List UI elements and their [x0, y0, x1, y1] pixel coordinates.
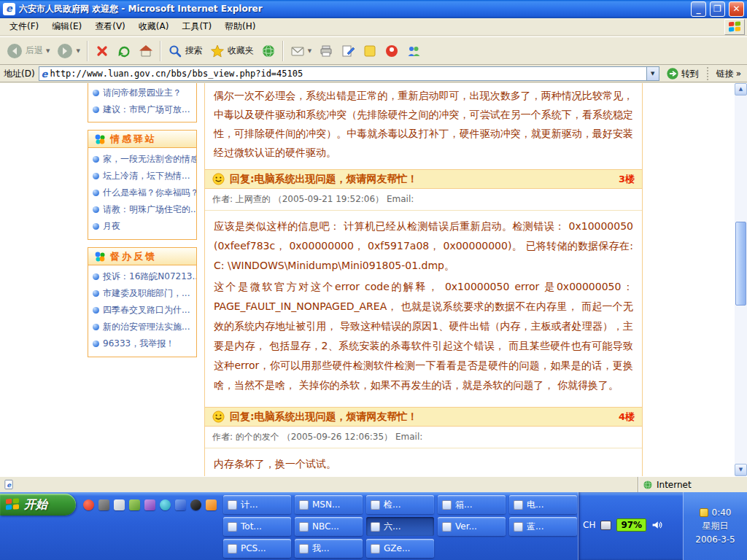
taskbar: 开始 计... MSN... 检... 箱... 电... Tot... NBC…	[0, 492, 747, 560]
quick-launch-icon[interactable]	[114, 499, 125, 510]
sidebar-link[interactable]: 坛上冷清，坛下热情...	[88, 168, 196, 184]
sidebar-section-list-emotion: 家，一段无法割舍的情感 坛上冷清，坛下热情... 什么是幸福？你幸福吗？ 请教：…	[88, 148, 197, 240]
language-indicator[interactable]: CH	[583, 520, 595, 530]
mail-button[interactable]: ▼	[287, 42, 314, 61]
refresh-button[interactable]	[114, 42, 134, 61]
task-button[interactable]: 我...	[295, 539, 363, 558]
address-input[interactable]	[50, 69, 646, 79]
reply-author-line: 作者: 的个的发个 （2005-09-26 12:06:35） Email:	[205, 427, 642, 448]
task-button[interactable]: 电...	[509, 495, 577, 514]
sidebar-link[interactable]: 什么是幸福？你幸福吗？	[88, 184, 196, 201]
task-button-active[interactable]: 六...	[366, 517, 434, 536]
menu-view[interactable]: 查看(V)	[88, 18, 132, 36]
task-button[interactable]: 计...	[223, 495, 291, 514]
sidebar-section-header-emotion: 情感驿站	[88, 130, 197, 148]
bullet-icon	[93, 206, 99, 213]
stop-icon	[95, 44, 109, 58]
messenger-button[interactable]	[403, 42, 424, 61]
browser-viewport: 请问帝都景园业主？ 建议：市民广场可放... 情感驿站 家，一段无法割舍的情感	[0, 83, 747, 476]
sidebar-link[interactable]: 月夜	[88, 218, 196, 235]
quick-launch-icon[interactable]	[83, 499, 94, 510]
sidebar-section-title: 情感驿站	[110, 133, 157, 146]
stop-button[interactable]	[92, 42, 112, 61]
vertical-scrollbar[interactable]: ▲ ▼	[735, 83, 747, 476]
start-label: 开始	[24, 497, 47, 513]
task-button[interactable]: PCS...	[223, 539, 291, 558]
back-button[interactable]: 后退▼	[4, 41, 53, 61]
close-button[interactable]: ✕	[729, 1, 744, 17]
task-button[interactable]: 检...	[366, 495, 434, 514]
bullet-icon	[93, 173, 99, 179]
bullet-icon	[93, 341, 99, 347]
task-app-icon	[371, 500, 380, 510]
notes-button[interactable]	[360, 42, 380, 61]
favorites-button[interactable]: 收藏夹	[207, 42, 257, 61]
sidebar-link[interactable]: 96333，我举报！	[88, 335, 196, 352]
sidebar-link[interactable]: 四季春交叉路口为什...	[88, 302, 196, 319]
task-app-icon	[371, 522, 380, 532]
links-button[interactable]: 链接»	[714, 68, 743, 80]
task-app-icon	[228, 544, 237, 553]
forward-arrow-icon	[57, 43, 73, 59]
status-zone: Internet	[638, 477, 747, 492]
scrollbar-thumb[interactable]	[735, 222, 746, 306]
address-dropdown-button[interactable]: ▼	[646, 67, 659, 80]
quick-launch-icon[interactable]	[206, 499, 217, 510]
task-button[interactable]: Tot...	[223, 517, 291, 536]
print-button[interactable]	[316, 42, 336, 61]
go-button[interactable]: 转到	[663, 66, 702, 81]
task-button[interactable]: MSN...	[295, 495, 363, 514]
task-button[interactable]: Ver...	[438, 517, 506, 536]
minimize-button[interactable]: _	[691, 1, 706, 17]
bullet-icon	[93, 156, 99, 163]
menu-bar: 文件(F) 编辑(E) 查看(V) 收藏(A) 工具(T) 帮助(H)	[0, 18, 747, 36]
task-app-icon	[442, 522, 452, 532]
sidebar-link[interactable]: 请问帝都景园业主？	[88, 85, 196, 101]
quick-launch-icon[interactable]	[98, 499, 109, 510]
mail-icon	[290, 44, 305, 58]
volume-icon[interactable]	[651, 520, 663, 530]
forward-button[interactable]: ▼	[54, 41, 82, 61]
taskbar-clock[interactable]: 0:40 星期日 2006-3-5	[683, 492, 747, 560]
task-button[interactable]: 箱...	[438, 495, 506, 514]
scroll-down-button[interactable]: ▼	[735, 464, 747, 476]
scroll-up-button[interactable]: ▲	[735, 83, 747, 96]
quick-launch-icon[interactable]	[129, 499, 140, 510]
edit-button[interactable]	[338, 42, 358, 61]
menu-file[interactable]: 文件(F)	[3, 18, 45, 36]
quick-launch-icon[interactable]	[144, 499, 155, 510]
sidebar-link[interactable]: 投诉：16路皖N07213...	[88, 268, 196, 285]
quick-launch-icon[interactable]	[160, 499, 171, 510]
home-button[interactable]	[136, 42, 156, 61]
toolbar-separator	[160, 41, 161, 61]
task-app-icon	[299, 522, 309, 532]
search-button[interactable]: 搜索	[165, 42, 206, 61]
forum-thread: 偶尔一次不必理会，系统出错是正常的，重新启动即可，出现次数多了，两种情况比较常见…	[204, 83, 643, 476]
tray-note-icon[interactable]	[700, 508, 708, 517]
printer-icon	[319, 44, 333, 58]
task-button[interactable]: GZe...	[366, 539, 434, 558]
task-button[interactable]: NBC...	[295, 517, 363, 536]
sidebar-link[interactable]: 市建委及职能部门，...	[88, 285, 196, 302]
maximize-button[interactable]: ❐	[710, 1, 725, 17]
menu-favorites[interactable]: 收藏(A)	[132, 18, 176, 36]
keyboard-layout-icon[interactable]	[600, 521, 611, 530]
sidebar-link[interactable]: 建议：市民广场可放...	[88, 101, 196, 118]
task-app-icon	[299, 544, 309, 553]
start-button[interactable]: 开始	[0, 494, 76, 516]
menu-tools[interactable]: 工具(T)	[175, 18, 218, 36]
menu-help[interactable]: 帮助(H)	[218, 18, 262, 36]
task-app-icon	[514, 500, 523, 510]
sidebar-link[interactable]: 家，一段无法割舍的情感	[88, 151, 196, 168]
desktop: e 六安市人民政府网 欢迎您 - Microsoft Internet Expl…	[0, 0, 747, 560]
quick-launch-icon[interactable]	[190, 499, 201, 510]
sidebar-link[interactable]: 请教：明珠广场住宅的...	[88, 201, 196, 218]
sidebar-link[interactable]: 新的治安管理法实施...	[88, 319, 196, 335]
task-button[interactable]: 蓝...	[509, 517, 577, 536]
battery-indicator[interactable]: 97%	[616, 518, 646, 532]
quick-launch-icon[interactable]	[175, 499, 186, 510]
ie-toolbar: 后退▼ ▼	[0, 36, 747, 65]
red-app-button[interactable]	[382, 42, 402, 61]
menu-edit[interactable]: 编辑(E)	[45, 18, 88, 36]
history-button[interactable]	[258, 42, 279, 61]
